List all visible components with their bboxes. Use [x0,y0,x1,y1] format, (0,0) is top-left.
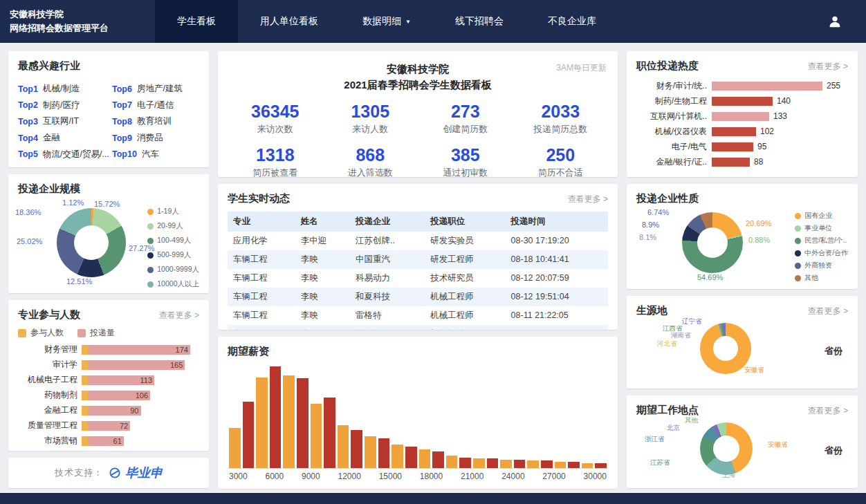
user-icon[interactable] [824,11,845,32]
legend-item[interactable]: 1000-9999人 [147,265,199,274]
stat-value: 868 [323,145,418,165]
card-company-size: 投递企业规模 1.12% 15.72% 27.27% 12.51% 25.02%… [8,174,209,293]
nav-item-label: 数据明细 [362,15,401,28]
major-label: 质量管理工程 [18,420,77,431]
activity-cell: 李映 [295,288,350,306]
legend-item[interactable]: 500-999人 [147,250,199,260]
tech-support-label: 技术支持： [55,467,103,479]
legend-label: 事业单位 [804,223,832,233]
top-navbar: 安徽科技学院 网络招聘会数据管理平台 学生看板用人单位看板数据明细▼线下招聘会不… [0,0,866,43]
work-location-donut [700,422,753,475]
salary-bar [283,375,295,469]
legend-item[interactable]: 20-99人 [147,221,199,231]
legend-item[interactable]: 中外合资/合作 [795,248,848,258]
heat-bar-row: 制药/生物工程140 [636,93,848,109]
legend-dot [147,238,154,244]
column-header: 专业 [228,212,295,232]
legend-item[interactable]: 参与人数 [18,327,64,339]
more-link[interactable]: 查看更多 > [808,405,848,417]
stat-cell: 36345来访次数 [228,102,323,136]
major-value: 90 [130,407,140,415]
more-link[interactable]: 查看更多 > [808,306,848,317]
heat-label: 机械/仪器仪表 [636,126,707,138]
column-header: 投递企业 [350,212,425,232]
legend-item[interactable]: 事业单位 [795,223,848,233]
legend-item[interactable]: 其他 [795,273,848,283]
activity-cell: 08-12 19:51:04 [506,288,608,306]
activity-cell: 雷格特 [350,306,425,325]
nav-item-1[interactable]: 用人单位看板 [238,0,340,43]
legend-item[interactable]: 民营/私营/个.. [795,236,848,245]
card-work-location: 期望工作地点 查看更多 > 其他 北京 浙江省 江苏省 安徽省 上海 省份 [627,395,858,488]
legend-item[interactable]: 10000人以上 [147,279,199,289]
nav-item-2[interactable]: 数据明细▼ [340,0,433,43]
activity-cell: 李中迎 [295,232,350,250]
company-nature-legend: 国有企业事业单位民营/私营/个..中外合资/合作外商独资其他 [795,211,848,283]
axis-tick-label: 6000 [266,472,284,481]
biyeshen-logo[interactable]: 毕业申 [125,465,163,481]
axis-tick-label: 3000 [229,472,248,481]
legend-label: 1000-9999人 [157,265,199,274]
salary-bar [514,460,526,468]
activity-cell: 车辆工程 [228,288,295,306]
activity-row: 车辆工程李映科易动力技术研究员08-12 20:07:59 [228,269,608,288]
industry-rank: Top1 [18,84,38,94]
industry-rank: Top10 [112,149,137,159]
industry-item: Top2制药/医疗 [18,97,112,114]
legend-item[interactable]: 外商独资 [795,261,848,270]
column-header: 投递职位 [425,212,505,232]
donut-percent-label: 1.12% [62,198,84,207]
card-student-origin: 生源地 查看更多 > 辽宁省 江西省 湖南省 河北省 安徽省 省份 [627,296,858,389]
more-link[interactable]: 查看更多 > [568,194,608,205]
more-link[interactable]: 查看更多 > [159,310,199,321]
nav-item-0[interactable]: 学生看板 [155,0,238,43]
legend-item[interactable]: 100-499人 [147,236,199,245]
legend-swatch [18,329,26,337]
applications-bar-segment: 165 [88,360,185,370]
heat-bar-row: 互联网/计算机..133 [636,109,848,124]
industry-list: Top1机械/制造Top2制药/医疗Top3互联网/ITTop4金融Top5物流… [18,81,199,162]
legend-item[interactable]: 国有企业 [795,211,848,221]
card-expected-salary: 期望薪资 30006000900012000150001800021000240… [218,337,618,489]
legend-label: 民营/私营/个.. [804,236,847,245]
donut-hole [713,336,738,361]
more-link[interactable]: 查看更多 > [808,61,848,73]
activity-cell: 李映 [295,325,350,330]
heat-value: 88 [754,157,763,167]
legend-item[interactable]: 1-19人 [147,207,199,216]
activity-cell: 科易动力 [350,269,425,288]
legend-swatch [77,329,86,337]
industry-label: 消费品 [137,132,163,144]
participants-bar-segment [82,375,88,385]
nav-item-4[interactable]: 不良企业库 [526,0,618,43]
middle-column: 3AM每日更新 安徽科技学院 2021届春季招聘会学生数据看板 36345来访次… [218,51,618,489]
nav-item-label: 学生看板 [177,15,216,28]
donut-percent-label: 20.69% [746,219,771,227]
stat-label: 简历被查看 [228,167,323,177]
salary-bar [432,451,444,469]
industry-label: 制药/医疗 [43,100,80,111]
salary-bar [595,463,607,469]
nav-item-label: 线下招聘会 [455,15,504,28]
legend-label: 10000人以上 [157,279,199,289]
legend-label: 500-999人 [157,250,191,260]
donut-label: 安徽省 [768,440,788,449]
salary-bar [568,462,580,468]
heat-bar [712,97,773,106]
industry-label: 电子/通信 [137,100,174,111]
company-size-legend: 1-19人20-99人100-499人500-999人1000-9999人100… [147,207,199,289]
industry-rank: Top9 [112,133,132,143]
major-bar: 61 [82,436,199,446]
heat-bar [712,127,756,136]
update-note: 3AM每日更新 [556,62,607,74]
legend-item[interactable]: 投递量 [77,327,115,339]
heat-label: 金融/银行/证.. [636,156,707,168]
major-bar: 72 [82,421,199,431]
company-size-donut [57,208,126,277]
nav-item-3[interactable]: 线下招聘会 [433,0,526,43]
major-bar-row: 市场营销61 [18,436,199,446]
card-student-activity: 学生实时动态 查看更多 > 专业姓名投递企业投递职位投递时间 应用化学李中迎江苏… [218,184,618,330]
legend-dot [147,209,154,215]
salary-bar [446,456,458,469]
company-size-chart: 1.12% 15.72% 27.27% 12.51% 25.02% 18.36%… [18,198,199,287]
